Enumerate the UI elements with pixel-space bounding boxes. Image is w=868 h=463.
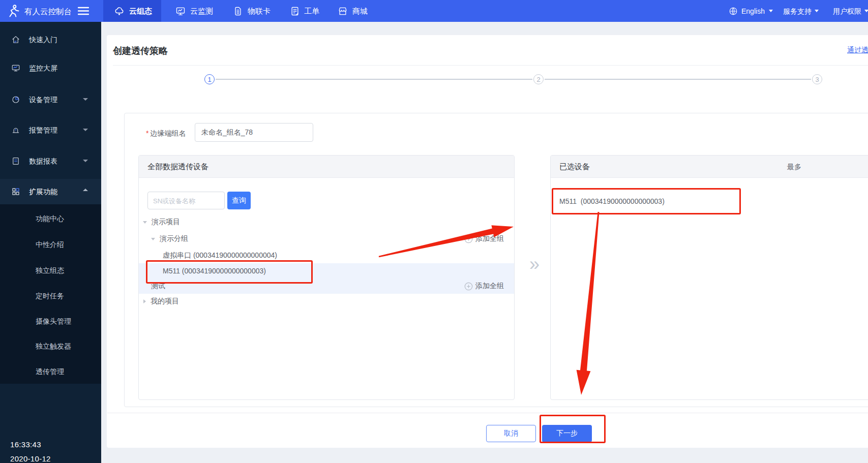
brand-title: 有人云控制台 xyxy=(24,7,72,17)
work-order-icon xyxy=(290,6,300,16)
search-button[interactable]: 查询 xyxy=(227,192,251,209)
device-search-input[interactable] xyxy=(147,192,225,209)
nav-tab-mall[interactable]: 商城 xyxy=(338,0,378,22)
footer-divider xyxy=(107,413,868,413)
big-screen-icon xyxy=(11,64,20,73)
tree-node-group[interactable]: 演示分组 xyxy=(139,231,514,246)
grid-icon xyxy=(11,187,20,196)
annotation-box-source-device xyxy=(146,260,313,284)
cancel-button[interactable]: 取消 xyxy=(486,425,536,442)
store-icon xyxy=(338,6,348,16)
device-pie-icon xyxy=(11,95,20,104)
step-3-circle: 3 xyxy=(812,74,822,84)
tree-node-project[interactable]: 演示项目 xyxy=(139,214,514,230)
tree-expand-icon[interactable] xyxy=(151,238,155,240)
chevron-down-icon xyxy=(769,10,773,12)
transfer-right-icon: » xyxy=(522,253,547,275)
selected-devices-limit-note: 最多 xyxy=(787,163,801,172)
cloud-icon xyxy=(114,6,125,16)
selected-devices-panel-title: 已选设备 xyxy=(559,162,590,172)
language-switcher[interactable]: English xyxy=(741,7,765,15)
sidebar-clock-date: 2020-10-12 xyxy=(10,454,51,463)
sidebar-item-monitor-screen[interactable]: 监控大屏 xyxy=(0,58,101,78)
nav-tab-label: 商城 xyxy=(352,7,368,16)
sidebar-subitem-camera-management[interactable]: 摄像头管理 xyxy=(36,317,71,326)
page-title: 创建透传策略 xyxy=(113,45,168,57)
tree-node-label: 演示项目 xyxy=(152,218,180,227)
sidebar-subitem-passthrough-management[interactable]: 透传管理 xyxy=(36,367,64,377)
annotation-box-next-button xyxy=(540,415,606,443)
sidebar-item-extended-functions[interactable]: 扩展功能 xyxy=(0,181,101,202)
nav-tab-label: 工单 xyxy=(304,7,319,16)
step-connector xyxy=(545,79,811,80)
sidebar-item-quick-start[interactable]: 快速入门 xyxy=(0,29,101,50)
sidebar-subitem-standalone-scada[interactable]: 独立组态 xyxy=(36,266,64,275)
tree-node-label: 演示分组 xyxy=(160,234,188,243)
user-permissions-menu[interactable]: 用户权限 xyxy=(833,7,861,16)
chevron-down-icon xyxy=(864,10,868,12)
plus-circle-icon xyxy=(464,235,473,243)
chevron-down-icon xyxy=(83,160,88,162)
step-connector xyxy=(216,79,532,80)
hamburger-icon[interactable] xyxy=(78,7,89,15)
chevron-up-icon xyxy=(83,189,88,191)
tree-node-my-project[interactable]: 我的项目 xyxy=(139,294,514,309)
usr-logo-icon xyxy=(7,4,21,18)
nav-tab-label: 云监测 xyxy=(190,7,213,16)
sidebar-item-device-management[interactable]: 设备管理 xyxy=(0,89,101,110)
tree-expand-icon[interactable] xyxy=(143,221,147,224)
globe-icon xyxy=(729,7,738,16)
required-mark: * xyxy=(146,129,148,137)
chevron-down-icon xyxy=(83,129,88,131)
nav-tab-label: 云组态 xyxy=(129,7,152,16)
add-whole-group-button[interactable]: 添加全组 xyxy=(464,231,504,246)
sidebar-item-data-report[interactable]: 数据报表 xyxy=(0,151,101,171)
usr-cloud-console: { "colors": { "topbar": "#3a62ee", "topb… xyxy=(0,0,868,463)
nav-tab-iot-card[interactable]: 物联卡 xyxy=(233,0,284,22)
sidebar-item-alarm-management[interactable]: 报警管理 xyxy=(0,120,101,140)
top-right-link[interactable]: 通过透递 xyxy=(847,46,868,55)
tree-node-label: 我的项目 xyxy=(151,297,179,306)
sidebar-clock-time: 16:33:43 xyxy=(10,440,41,449)
tree-node-label: 虚拟串口 (00034190000000000004) xyxy=(163,251,277,260)
home-icon xyxy=(11,35,20,44)
selected-devices-panel-header xyxy=(551,156,868,178)
nav-tab-cloud-monitor[interactable]: 云监测 xyxy=(175,0,226,22)
sidebar-subitem-neutral-intro[interactable]: 中性介绍 xyxy=(36,240,64,250)
group-name-input[interactable] xyxy=(195,123,313,142)
monitor-icon xyxy=(175,6,186,16)
chevron-down-icon xyxy=(815,10,819,12)
sim-card-icon xyxy=(233,6,243,16)
sidebar-subitem-function-center[interactable]: 功能中心 xyxy=(36,214,64,224)
annotation-box-selected-device xyxy=(552,188,741,214)
nav-tab-cloud-scada[interactable]: 云组态 xyxy=(103,0,161,22)
report-icon xyxy=(11,157,20,166)
sidebar-subitem-standalone-trigger[interactable]: 独立触发器 xyxy=(36,342,71,351)
support-menu[interactable]: 服务支持 xyxy=(783,7,812,16)
nav-tab-label: 物联卡 xyxy=(248,7,271,16)
nav-tab-work-order[interactable]: 工单 xyxy=(290,0,331,22)
add-whole-group-button[interactable]: 添加全组 xyxy=(464,279,504,294)
group-name-label: *边缘端组名 xyxy=(146,129,186,138)
sidebar-subitem-scheduled-tasks[interactable]: 定时任务 xyxy=(36,292,64,301)
step-1-circle: 1 xyxy=(204,74,215,84)
alarm-icon xyxy=(11,126,20,135)
topbar: 有人云控制台 云组态 云监测 物联卡 xyxy=(0,0,868,22)
all-devices-panel-title: 全部数据透传设备 xyxy=(147,162,208,172)
plus-circle-icon xyxy=(464,282,473,291)
step-2-circle: 2 xyxy=(533,74,544,84)
chevron-down-icon xyxy=(83,98,88,101)
title-divider xyxy=(113,65,868,66)
tree-collapsed-icon[interactable] xyxy=(143,299,146,303)
